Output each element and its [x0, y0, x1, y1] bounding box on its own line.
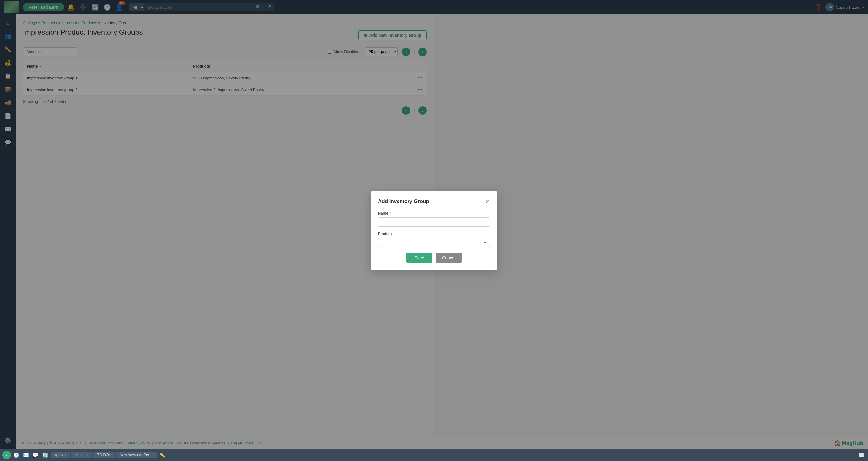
products-label: Products: [378, 232, 434, 236]
name-field-group: Name *: [378, 211, 434, 226]
name-input[interactable]: [378, 217, 434, 226]
add-inventory-group-modal: Add Inventory Group ✕ Name * Products — …: [371, 191, 434, 270]
modal-title: Add Inventory Group: [378, 198, 429, 205]
products-select[interactable]: —: [378, 238, 434, 247]
modal-header: Add Inventory Group ✕: [378, 198, 434, 205]
modal-overlay: Add Inventory Group ✕ Name * Products — …: [0, 0, 434, 449]
products-field-group: Products —: [378, 232, 434, 247]
modal-footer: Save Cancel: [378, 253, 434, 263]
required-indicator: *: [390, 211, 392, 215]
save-button[interactable]: Save: [406, 253, 433, 263]
name-label: Name *: [378, 211, 434, 215]
